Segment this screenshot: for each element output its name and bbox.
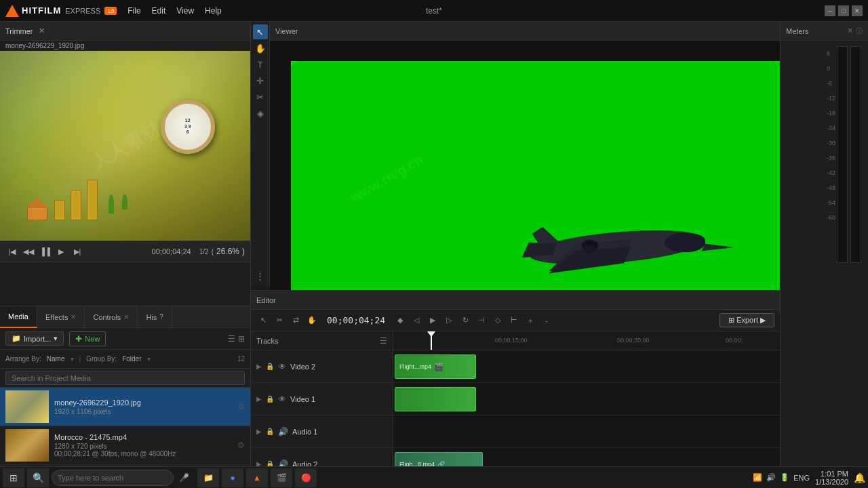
menu-help[interactable]: Help	[205, 6, 222, 16]
group-value[interactable]: Folder	[122, 355, 141, 363]
taskbar: ⊞ 🔍 🎤 📁 ● ▲ 🎬 🔴 📶 🔊 🔋 ENG 1:01 PM 1/13/2…	[0, 466, 868, 488]
tab-controls[interactable]: Controls ✕	[85, 306, 138, 328]
meters-body: 6 0 -6 -12 -18 -24 -30 -36 -42 -48 -54 -…	[781, 41, 868, 466]
media-search-bar	[0, 369, 250, 388]
track-lock-icon[interactable]: 🔒	[266, 363, 274, 370]
slice-tool[interactable]: ✂	[253, 89, 268, 104]
export-button[interactable]: ⊞ Export ▶	[719, 313, 774, 327]
play-forward-button[interactable]: ▶	[54, 245, 68, 258]
pause-button[interactable]: ▐▐	[38, 245, 52, 258]
menu-view[interactable]: View	[176, 6, 194, 16]
window-title: test*	[426, 6, 442, 16]
tray-volume-icon: 🔊	[766, 473, 776, 482]
taskbar-explorer[interactable]: 📁	[197, 468, 219, 487]
track-lock-icon[interactable]: 🔒	[266, 395, 274, 403]
snapping-tool[interactable]: ⋮	[253, 268, 268, 283]
effects-close-icon[interactable]: ✕	[71, 313, 76, 321]
media-item-settings-icon[interactable]: ⚙	[237, 402, 245, 411]
tracks-menu-icon[interactable]: ☰	[380, 336, 387, 346]
playhead[interactable]	[431, 331, 432, 350]
taskbar-app4[interactable]: 🎬	[271, 468, 292, 487]
trimmer-zoom-value: 26.6%	[216, 247, 239, 256]
track-lock-icon[interactable]: 🔒	[266, 428, 274, 435]
meter-scale: 6 0 -6 -12 -18 -24 -30 -36 -42 -48 -54 -…	[827, 46, 835, 225]
menu-file[interactable]: File	[127, 6, 140, 16]
transform-tool[interactable]: ✛	[253, 73, 268, 88]
maximize-button[interactable]: □	[838, 5, 849, 16]
taskbar-hitfilm[interactable]: ▲	[246, 468, 268, 487]
track-eye-icon[interactable]: 👁	[278, 362, 286, 371]
clip-flight-audio2[interactable]: Fligh...8.mp4 🔗	[395, 452, 483, 466]
track-expand-icon[interactable]: ▶	[256, 395, 262, 403]
media-item-settings-icon[interactable]: ⚙	[237, 441, 245, 450]
window-controls: ─ □ ✕	[825, 5, 863, 16]
viewer-header: Viewer ⓘ	[270, 22, 867, 41]
minimize-button[interactable]: ─	[825, 5, 835, 16]
tl-zoom-in[interactable]: +	[524, 314, 537, 327]
meters-info-icon[interactable]: ⓘ	[856, 26, 863, 36]
track-lock-icon[interactable]: 🔒	[266, 460, 274, 466]
select-tool[interactable]: ↖	[253, 24, 268, 39]
tl-add-marker[interactable]: ◆	[393, 314, 407, 327]
track-eye-icon[interactable]: 👁	[278, 394, 286, 404]
notification-icon[interactable]: 🔔	[854, 472, 865, 483]
menu-edit[interactable]: Edit	[152, 6, 166, 16]
viewer-tools-panel: ↖ ✋ T ✛ ✂ ◈ ⋮	[251, 22, 270, 286]
start-button[interactable]: ⊞	[3, 468, 24, 487]
taskbar-chrome[interactable]: ●	[222, 468, 243, 487]
media-search-input[interactable]	[5, 371, 245, 385]
text-tool[interactable]: T	[253, 57, 268, 72]
search-button[interactable]: 🔍	[27, 468, 49, 487]
arrange-value[interactable]: Name	[47, 355, 65, 363]
track-expand-icon[interactable]: ▶	[256, 460, 262, 466]
trimmer-close-icon[interactable]: ✕	[39, 26, 45, 35]
clip-flight-video1[interactable]	[395, 387, 476, 411]
tab-effects[interactable]: Effects ✕	[37, 306, 85, 328]
tl-zoom-out[interactable]: -	[540, 314, 553, 327]
next-frame-button[interactable]: ▶|	[71, 245, 84, 258]
controls-close-icon[interactable]: ✕	[123, 313, 129, 321]
history-help-icon[interactable]: ?	[159, 313, 163, 321]
list-view-icon[interactable]: ☰	[228, 334, 235, 344]
trimmer-zoom: (	[212, 248, 214, 256]
tl-keyframe-button[interactable]: ◇	[491, 314, 505, 327]
clip-film-icon: 🎬	[434, 363, 443, 371]
tab-media[interactable]: Media	[0, 306, 37, 328]
tl-razor-button[interactable]: ✂	[273, 314, 286, 327]
tl-in-point[interactable]: ⊣	[475, 314, 488, 327]
tl-select-button[interactable]: ↖	[256, 314, 270, 327]
trimmer-preview: 123 96 人人素材	[0, 51, 250, 241]
new-button[interactable]: ✚ New	[69, 331, 106, 346]
tl-slip-button[interactable]: ⇄	[289, 314, 302, 327]
jet-silhouette	[509, 183, 739, 305]
pan-tool[interactable]: ✋	[253, 41, 268, 56]
list-item[interactable]: Morocco - 21475.mp4 868 x 488 pixels 00…	[0, 426, 250, 465]
import-button[interactable]: 📁 Import... ▾	[5, 331, 64, 346]
track-expand-icon[interactable]: ▶	[256, 428, 262, 435]
tl-prev-marker[interactable]: ◁	[410, 314, 423, 327]
tl-loop-button[interactable]: ↻	[458, 314, 472, 327]
meters-close-icon[interactable]: ✕	[847, 26, 853, 35]
tab-history[interactable]: His ?	[138, 306, 172, 328]
mask-tool[interactable]: ◈	[253, 106, 268, 121]
taskbar-app5[interactable]: 🔴	[295, 468, 317, 487]
mic-icon[interactable]: 🎤	[179, 473, 189, 483]
tl-next-marker[interactable]: ▷	[442, 314, 456, 327]
track-expand-icon[interactable]: ▶	[256, 363, 262, 370]
tl-hand-button[interactable]: ✋	[305, 314, 319, 327]
prev-frame-button[interactable]: |◀	[5, 245, 19, 258]
tl-out-point[interactable]: ⊢	[507, 314, 521, 327]
left-panel: Trimmer ✕ money-2696229_1920.jpg	[0, 22, 251, 488]
clip-flight-video2[interactable]: Flight...mp4 🎬	[395, 354, 476, 379]
clock-time: 1:01 PM	[815, 470, 848, 478]
viewer-watermark: www.rrcg.cn	[348, 152, 426, 206]
track-name-audio2: Audio 2	[292, 460, 387, 467]
tl-play-button[interactable]: ▶	[426, 314, 439, 327]
grid-view-icon[interactable]: ⊞	[238, 334, 245, 344]
track-audio-icon: 🔊	[278, 460, 288, 467]
trimmer-tab-label[interactable]: Trimmer	[5, 27, 33, 35]
close-button[interactable]: ✕	[852, 5, 863, 16]
taskbar-search-input[interactable]	[52, 470, 174, 486]
list-item[interactable]: money-2696229_1920.jpg 1920 x 1106 pixel…	[0, 388, 250, 426]
play-backward-button[interactable]: ◀◀	[22, 245, 35, 258]
